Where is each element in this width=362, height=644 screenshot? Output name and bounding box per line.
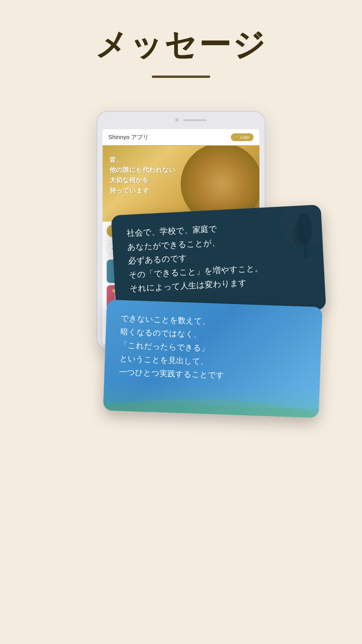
title-divider xyxy=(152,76,210,78)
hero-grass-decoration xyxy=(181,146,259,222)
page-title-section: メッセージ xyxy=(0,0,362,90)
app-header: Shinnyo アプリ 🔒 Login xyxy=(103,129,259,146)
hero-line3: 大切な何かを xyxy=(110,175,176,185)
health-check: 今日の体調はどうで... xyxy=(103,241,259,257)
svg-line-3 xyxy=(124,275,126,277)
page-title: メッセージ xyxy=(0,23,362,67)
music-icon: ♪ xyxy=(107,225,120,237)
svg-rect-13 xyxy=(103,402,319,418)
tree-silhouette-icon xyxy=(280,211,317,259)
shinnyo-badge: Shinnyo xyxy=(133,268,149,275)
news-badge: News xyxy=(112,289,122,293)
hero-line2: 他の誰にも代われない xyxy=(110,165,176,175)
login-button[interactable]: 🔒 Login xyxy=(231,133,254,141)
card-blue-icon-area: Shinnyo xyxy=(111,262,129,280)
svg-point-11 xyxy=(292,223,305,247)
hero-banner: 皆、 他の誰にも代われない 大切な何かを 持っています xyxy=(103,146,259,222)
menu-label: Menu xyxy=(178,333,190,339)
menu-icon: ≡ xyxy=(172,333,175,339)
svg-point-12 xyxy=(103,396,319,418)
svg-point-9 xyxy=(296,212,313,245)
tablet-wrapper: Shinnyo アプリ 🔒 Login 皆、 他の誰にも代われない 大切な何かを… xyxy=(96,111,266,350)
music-player[interactable]: ♪ Jojusam... タップするとメロ... xyxy=(103,222,259,241)
hero-line1: 皆、 xyxy=(110,155,176,165)
feature-card-blue[interactable]: Shinnyo Shinnyo xyxy=(107,260,255,283)
svg-rect-8 xyxy=(116,299,122,299)
hero-line4: 持っています xyxy=(110,186,176,196)
login-label: Login xyxy=(240,135,249,139)
tablet-frame: Shinnyo アプリ 🔒 Login 皆、 他の誰にも代われない 大切な何かを… xyxy=(96,111,266,350)
svg-rect-6 xyxy=(116,296,122,296)
tablet-speaker xyxy=(183,119,207,121)
svg-rect-4 xyxy=(115,292,125,302)
grass-silhouette-icon xyxy=(103,387,319,418)
music-hint: タップするとメロ... xyxy=(123,231,151,236)
health-button[interactable]: 今日の体調はどうで... xyxy=(107,244,255,254)
menu-bar[interactable]: ≡ Menu xyxy=(165,331,196,341)
tablet-screen: Shinnyo アプリ 🔒 Login 皆、 他の誰にも代われない 大切な何かを… xyxy=(103,129,259,344)
svg-rect-10 xyxy=(303,240,307,258)
card-pink-icon-area: News xyxy=(111,288,129,306)
feature-card-pink[interactable]: News xyxy=(107,285,255,309)
tablet-camera xyxy=(175,118,179,122)
music-info: Jojusam... タップするとメロ... xyxy=(123,227,151,236)
svg-rect-7 xyxy=(116,297,123,298)
app-title: Shinnyo アプリ xyxy=(108,133,149,141)
svg-rect-5 xyxy=(116,294,124,295)
hero-text: 皆、 他の誰にも代われない 大切な何かを 持っています xyxy=(110,155,176,196)
lock-icon: 🔒 xyxy=(235,135,239,139)
music-name: Jojusam... xyxy=(123,227,151,231)
search-document-icon: Shinnyo xyxy=(113,264,127,279)
